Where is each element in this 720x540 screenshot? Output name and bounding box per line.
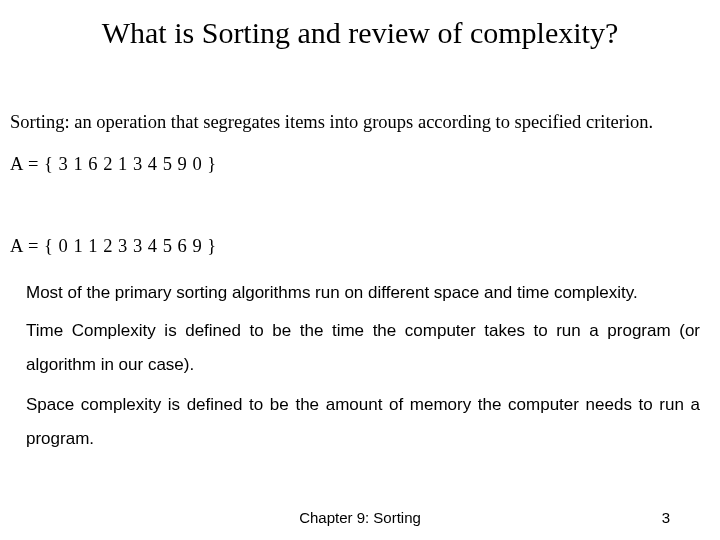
sorting-definition: Sorting: an operation that segregates it…: [10, 110, 706, 135]
slide-title: What is Sorting and review of complexity…: [0, 16, 720, 50]
slide: What is Sorting and review of complexity…: [0, 0, 720, 540]
paragraph-space-complexity: Space complexity is defined to be the am…: [26, 388, 700, 456]
footer-chapter: Chapter 9: Sorting: [0, 509, 720, 526]
footer-page-number: 3: [662, 509, 670, 526]
paragraph-time-complexity: Time Complexity is defined to be the tim…: [26, 314, 700, 382]
paragraph-complexity-intro: Most of the primary sorting algorithms r…: [26, 276, 700, 310]
array-unsorted: A = { 3 1 6 2 1 3 4 5 9 0 }: [10, 152, 706, 177]
array-sorted: A = { 0 1 1 2 3 3 4 5 6 9 }: [10, 234, 706, 259]
